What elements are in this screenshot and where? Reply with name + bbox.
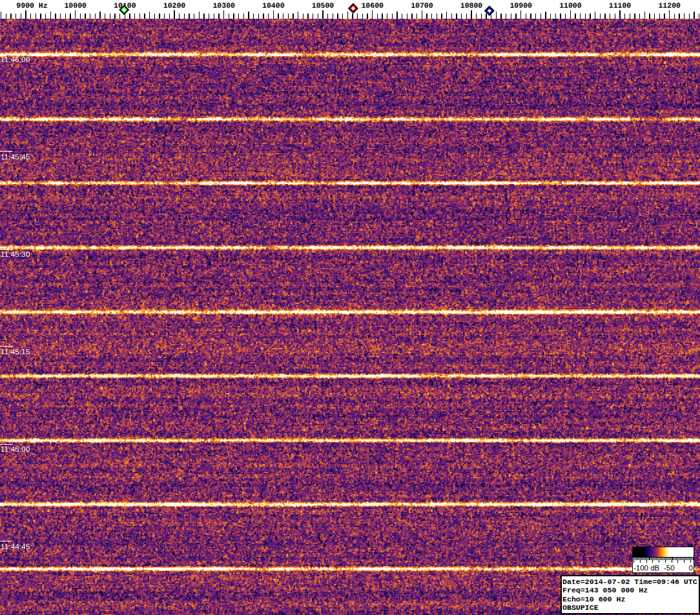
svg-text:10500: 10500 [312, 2, 335, 10]
svg-text:10000: 10000 [64, 2, 87, 10]
svg-text:10800: 10800 [460, 2, 483, 10]
svg-text:9900 Hz: 9900 Hz [16, 2, 47, 10]
svg-text:10900: 10900 [510, 2, 532, 10]
svg-text:10300: 10300 [212, 2, 235, 10]
svg-text:10400: 10400 [262, 2, 285, 10]
svg-text:11200: 11200 [658, 2, 681, 10]
svg-text:11100: 11100 [609, 2, 632, 10]
svg-text:10600: 10600 [361, 2, 384, 10]
svg-text:10200: 10200 [163, 2, 186, 10]
svg-text:11000: 11000 [559, 2, 582, 10]
svg-text:10700: 10700 [411, 2, 433, 10]
